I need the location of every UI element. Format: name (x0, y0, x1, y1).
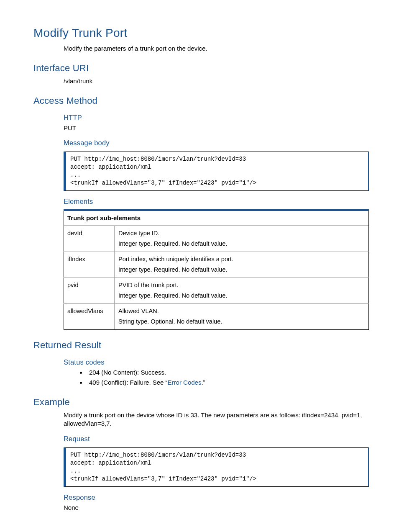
row-desc-1: Device type ID. (118, 229, 365, 238)
status-code-text: .” (201, 379, 205, 386)
section-example: Example (33, 396, 369, 409)
message-body-code: PUT http://imc_host:8080/imcrs/vlan/trun… (64, 152, 369, 191)
table-row: pvid PVID of the trunk port. Integer typ… (64, 278, 369, 303)
row-name: allowedVlans (64, 303, 115, 329)
response-value: None (64, 504, 369, 512)
row-desc: PVID of the trunk port. Integer type. Re… (115, 278, 369, 303)
section-interface-uri: Interface URI (33, 62, 369, 75)
request-label: Request (64, 434, 369, 443)
row-name: ifIndex (64, 252, 115, 278)
row-desc-2: Integer type. Required. No default value… (118, 292, 365, 300)
row-desc-2: Integer type. Required. No default value… (118, 240, 365, 248)
intro-text: Modify the parameters of a trunk port on… (64, 44, 369, 53)
section-access-method: Access Method (33, 95, 369, 107)
row-desc-2: Integer type. Required. No default value… (118, 266, 365, 274)
status-code-item: 409 (Conflict): Failure. See “Error Code… (87, 378, 369, 387)
row-desc: Device type ID. Integer type. Required. … (115, 226, 369, 252)
request-code: PUT http://imc_host:8080/imcrs/vlan/trun… (64, 447, 369, 487)
response-label: Response (64, 493, 369, 502)
status-codes-label: Status codes (64, 357, 369, 367)
elements-label: Elements (64, 197, 369, 206)
status-code-text: 409 (Conflict): Failure. See “ (89, 379, 168, 386)
error-codes-link[interactable]: Error Codes (168, 379, 202, 386)
section-returned-result: Returned Result (33, 339, 369, 352)
page-title: Modify Trunk Port (33, 25, 369, 41)
interface-uri-value: /vlan/trunk (64, 77, 369, 85)
status-codes-list: 204 (No Content): Success. 409 (Conflict… (64, 368, 369, 387)
status-code-item: 204 (No Content): Success. (87, 368, 369, 377)
row-desc-1: Port index, which uniquely identifies a … (118, 255, 365, 264)
elements-table: Trunk port sub-elements devId Device typ… (64, 209, 369, 330)
table-row: allowedVlans Allowed VLAN. String type. … (64, 303, 369, 329)
row-name: devId (64, 226, 115, 252)
message-body-label: Message body (64, 138, 369, 147)
table-header: Trunk port sub-elements (64, 210, 369, 226)
example-description: Modify a trunk port on the device whose … (64, 411, 369, 428)
http-label: HTTP (64, 113, 369, 122)
row-desc-2: String type. Optional. No default value. (118, 318, 365, 326)
row-name: pvid (64, 278, 115, 303)
table-row: ifIndex Port index, which uniquely ident… (64, 252, 369, 278)
row-desc: Allowed VLAN. String type. Optional. No … (115, 303, 369, 329)
row-desc: Port index, which uniquely identifies a … (115, 252, 369, 278)
table-row: devId Device type ID. Integer type. Requ… (64, 226, 369, 252)
row-desc-1: PVID of the trunk port. (118, 281, 365, 290)
row-desc-1: Allowed VLAN. (118, 307, 365, 316)
http-value: PUT (64, 124, 369, 132)
